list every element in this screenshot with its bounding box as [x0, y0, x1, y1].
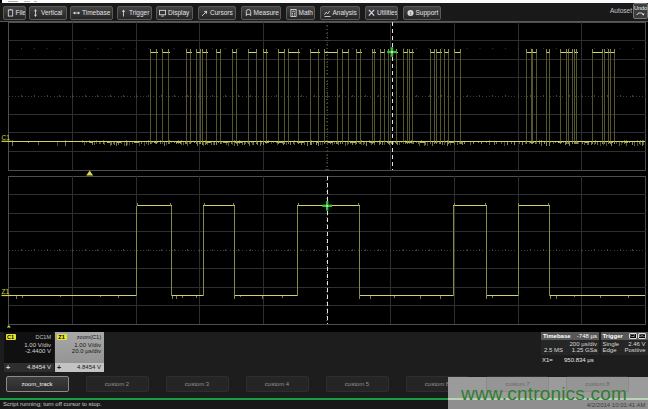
svg-text:Z1: Z1 [2, 288, 10, 295]
svg-text:C1: C1 [2, 134, 11, 141]
svg-text:i: i [409, 10, 410, 16]
